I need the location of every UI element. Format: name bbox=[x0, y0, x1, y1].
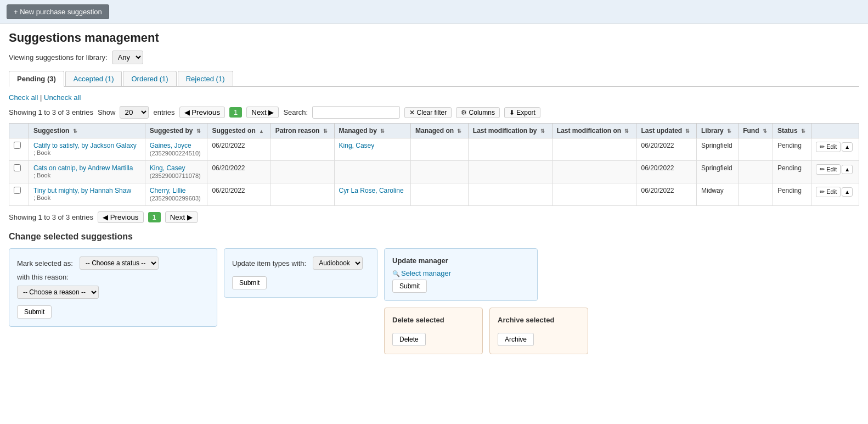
book-type-2: ; Book bbox=[33, 194, 140, 201]
status-select[interactable]: -- Choose a status -- Accepted Ordered R… bbox=[80, 256, 159, 270]
clear-filter-button[interactable]: ✕ Clear filter bbox=[404, 107, 452, 118]
delete-panel: Delete selected Delete bbox=[384, 308, 483, 354]
edit-button-0[interactable]: ✏ Edit bbox=[816, 142, 841, 152]
row-checkbox-2[interactable] bbox=[14, 187, 21, 194]
col-last-mod-by: Last modification by ⇅ bbox=[468, 124, 552, 138]
suggestion-link-2[interactable]: Tiny but mighty, by Hannah Shaw bbox=[33, 187, 131, 194]
last-mod-by-0 bbox=[468, 138, 552, 161]
archive-panel: Archive selected Archive bbox=[489, 308, 588, 354]
edit-button-1[interactable]: ✏ Edit bbox=[816, 164, 841, 175]
last-updated-2: 06/20/2022 bbox=[636, 183, 697, 206]
suggested-by-id-2: (23529000299603) bbox=[150, 195, 201, 202]
last-mod-on-1 bbox=[552, 161, 636, 183]
library-select[interactable]: Any bbox=[112, 51, 143, 64]
suggestion-link-0[interactable]: Catify to satisfy, by Jackson Galaxy bbox=[33, 142, 137, 149]
suggested-on-0: 06/20/2022 bbox=[207, 138, 270, 161]
uncheck-all-link[interactable]: Uncheck all bbox=[44, 93, 81, 102]
book-type-1: ; Book bbox=[33, 172, 140, 178]
last-mod-by-1 bbox=[468, 161, 552, 183]
item-type-select[interactable]: Audiobook Book DVD eBook bbox=[313, 256, 363, 270]
col-actions bbox=[811, 124, 859, 138]
mark-label: Mark selected as: bbox=[17, 259, 73, 267]
item-type-label: Update item types with: bbox=[232, 259, 306, 267]
col-last-mod-on: Last modification on ⇅ bbox=[552, 124, 636, 138]
col-patron-reason: Patron reason ⇅ bbox=[270, 124, 334, 138]
manager-panel-title: Update manager bbox=[392, 256, 529, 265]
last-updated-1: 06/20/2022 bbox=[636, 161, 697, 183]
suggested-by-link-2[interactable]: Cherry, Lillie bbox=[150, 187, 186, 194]
patron-reason-2 bbox=[270, 183, 334, 206]
caret-button-1[interactable]: ▲ bbox=[842, 165, 853, 174]
show-entries-select[interactable]: 20 10 50 100 bbox=[120, 106, 149, 119]
tab-pending[interactable]: Pending (3) bbox=[9, 71, 64, 87]
edit-button-2[interactable]: ✏ Edit bbox=[816, 187, 841, 197]
managed-by-0: King, Casey bbox=[334, 138, 411, 161]
manager-submit-button[interactable]: Submit bbox=[392, 280, 427, 293]
search-input[interactable] bbox=[312, 106, 400, 119]
select-manager-link[interactable]: 🔍Select manager bbox=[392, 269, 451, 277]
tabs-container: Pending (3) Accepted (1) Ordered (1) Rej… bbox=[9, 71, 859, 87]
managed-by-1 bbox=[334, 161, 411, 183]
with-reason-label: with this reason: bbox=[17, 273, 69, 281]
suggested-by-id-1: (23529000711078) bbox=[150, 172, 201, 179]
patron-reason-0 bbox=[270, 138, 334, 161]
mark-status-panel: Mark selected as: -- Choose a status -- … bbox=[9, 248, 217, 327]
last-mod-by-2 bbox=[468, 183, 552, 206]
next-button[interactable]: Next ▶ bbox=[246, 107, 279, 118]
new-suggestion-button[interactable]: + New purchase suggestion bbox=[7, 4, 109, 19]
caret-button-0[interactable]: ▲ bbox=[842, 142, 853, 152]
bottom-previous-button[interactable]: ◀ Previous bbox=[98, 211, 144, 223]
bottom-pager: Showing 1 to 3 of 3 entries ◀ Previous 1… bbox=[9, 211, 859, 223]
delete-panel-title: Delete selected bbox=[392, 316, 475, 324]
suggested-on-2: 06/20/2022 bbox=[207, 183, 270, 206]
tab-accepted[interactable]: Accepted (1) bbox=[65, 71, 122, 86]
table-row: Tiny but mighty, by Hannah Shaw ; Book C… bbox=[9, 183, 859, 206]
suggested-by-link-0[interactable]: Gaines, Joyce bbox=[150, 142, 191, 149]
col-suggestion: Suggestion ⇅ bbox=[29, 124, 145, 138]
tab-ordered[interactable]: Ordered (1) bbox=[123, 71, 176, 86]
check-links: Check all | Uncheck all bbox=[9, 93, 859, 102]
row-checkbox-0[interactable] bbox=[14, 142, 21, 149]
search-icon: 🔍 bbox=[392, 270, 400, 277]
manager-panel: Update manager 🔍Select manager Submit bbox=[384, 248, 538, 301]
fund-1 bbox=[739, 161, 773, 183]
row-checkbox-1[interactable] bbox=[14, 164, 21, 171]
columns-button[interactable]: ⚙ Columns bbox=[456, 107, 500, 118]
library-label: Viewing suggestions for library: bbox=[9, 53, 108, 62]
table-row: Catify to satisfy, by Jackson Galaxy ; B… bbox=[9, 138, 859, 161]
archive-button[interactable]: Archive bbox=[498, 333, 534, 346]
suggested-by-link-1[interactable]: King, Casey bbox=[150, 164, 185, 172]
table-row: Cats on catnip, by Andrew Martilla ; Boo… bbox=[9, 161, 859, 183]
check-all-link[interactable]: Check all bbox=[9, 93, 38, 102]
item-type-panel: Update item types with: Audiobook Book D… bbox=[224, 248, 377, 298]
item-type-submit-button[interactable]: Submit bbox=[232, 276, 267, 289]
page-title: Suggestions management bbox=[9, 31, 859, 45]
show-label: Show bbox=[98, 108, 116, 116]
last-mod-on-0 bbox=[552, 138, 636, 161]
top-bar: + New purchase suggestion bbox=[0, 0, 868, 24]
previous-button[interactable]: ◀ Previous bbox=[179, 107, 226, 118]
export-button[interactable]: ⬇ Export bbox=[504, 107, 540, 118]
reason-select[interactable]: -- Choose a reason -- bbox=[17, 286, 99, 299]
bottom-showing: Showing 1 to 3 of 3 entries bbox=[9, 213, 93, 221]
main-content: Suggestions management Viewing suggestio… bbox=[0, 24, 868, 424]
fund-0 bbox=[739, 138, 773, 161]
managed-by-2: Cyr La Rose, Caroline bbox=[334, 183, 411, 206]
mark-submit-button[interactable]: Submit bbox=[17, 305, 52, 319]
library-1: Springfield bbox=[697, 161, 739, 183]
table-controls: Showing 1 to 3 of 3 entries Show 20 10 5… bbox=[9, 106, 859, 119]
status-2: Pending bbox=[773, 183, 811, 206]
bottom-next-button[interactable]: Next ▶ bbox=[165, 211, 198, 223]
delete-button[interactable]: Delete bbox=[392, 333, 426, 346]
suggestion-link-1[interactable]: Cats on catnip, by Andrew Martilla bbox=[33, 164, 133, 172]
col-status: Status ⇅ bbox=[773, 124, 811, 138]
book-type-0: ; Book bbox=[33, 149, 140, 156]
entries-label: entries bbox=[153, 108, 174, 116]
change-panels: Mark selected as: -- Choose a status -- … bbox=[9, 248, 859, 354]
caret-button-2[interactable]: ▲ bbox=[842, 187, 853, 197]
col-managed-on: Managed on ⇅ bbox=[411, 124, 469, 138]
tab-rejected[interactable]: Rejected (1) bbox=[178, 71, 233, 86]
search-label: Search: bbox=[283, 108, 308, 116]
col-last-updated: Last updated ⇅ bbox=[636, 124, 697, 138]
col-library: Library ⇅ bbox=[697, 124, 739, 138]
